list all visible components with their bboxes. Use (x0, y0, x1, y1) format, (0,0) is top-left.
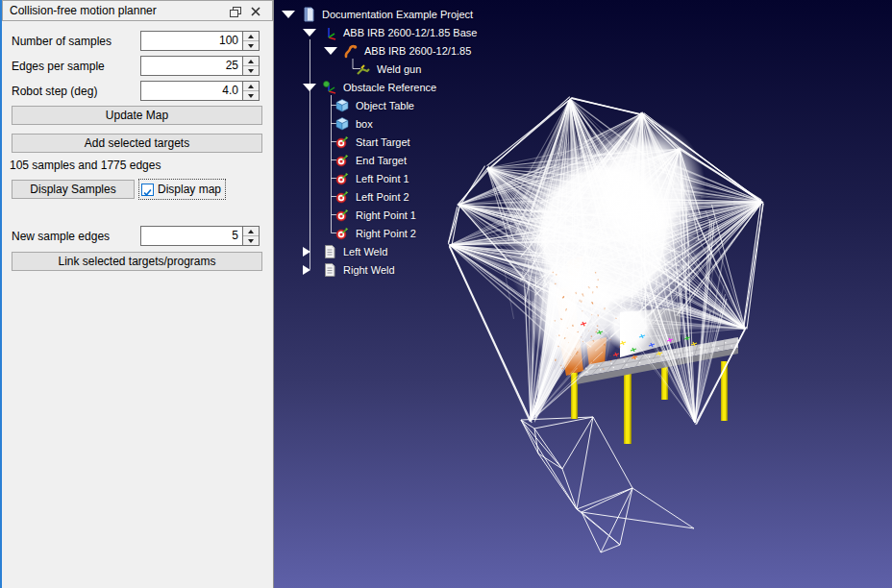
spin-up-icon (243, 57, 259, 66)
tree-item-start-target[interactable]: Start Target (274, 133, 477, 151)
tree-item-obstacle-reference[interactable]: Obstacle Reference (274, 78, 477, 96)
collapse-arrow-icon[interactable] (303, 247, 310, 257)
tree-item-end-target[interactable]: End Target (274, 151, 477, 169)
new-sample-edges-input[interactable]: 5 (140, 226, 260, 246)
status-text: 105 samples and 1775 edges (10, 159, 161, 172)
spin-buttons[interactable] (242, 32, 259, 50)
tree-item-documentation-example-project[interactable]: Documentation Example Project (274, 5, 477, 23)
expand-arrow-icon[interactable] (303, 29, 316, 37)
tree-item-label: ABB IRB 2600-12/1.85 (364, 45, 471, 57)
spin-down-icon (243, 66, 259, 75)
robot-step-label: Robot step (deg) (12, 82, 97, 101)
tree-item-label: Left Point 1 (356, 173, 409, 184)
display-map-label: Display map (158, 183, 221, 196)
panel-title: Collision-free motion planner (10, 4, 157, 17)
checkbox-check-icon (141, 184, 154, 196)
tree-item-label: End Target (356, 155, 407, 166)
spin-up-icon (243, 32, 259, 41)
tree-item-label: Obstacle Reference (343, 82, 436, 93)
robot-step-input[interactable]: 4.0 (140, 81, 260, 101)
tree-item-label: Object Table (356, 100, 414, 111)
close-icon[interactable] (248, 4, 263, 19)
tree-item-label: ABB IRB 2600-12/1.85 Base (343, 27, 477, 38)
tree-item-label: Left Point 2 (356, 191, 409, 203)
program-icon (322, 262, 337, 278)
spin-buttons[interactable] (242, 82, 259, 100)
tree-item-label: Right Point 1 (356, 209, 416, 221)
tool-icon (356, 61, 371, 77)
motion-planner-panel: Collision-free motion planner Number of … (0, 0, 274, 588)
tree-item-label: Weld gun (377, 63, 421, 75)
tree-item-object-table[interactable]: Object Table (274, 96, 477, 114)
tree-item-right-point-2[interactable]: Right Point 2 (274, 224, 477, 242)
tree-item-label: Right Weld (343, 264, 395, 276)
display-map-checkbox[interactable]: Display map (138, 179, 226, 200)
tree-item-abb-irb-2600-12-1-85[interactable]: ABB IRB 2600-12/1.85 (274, 41, 477, 60)
new-sample-edges-label: New sample edges (12, 227, 110, 246)
spin-up-icon (243, 82, 259, 91)
tree-item-right-point-1[interactable]: Right Point 1 (274, 206, 477, 224)
tree-item-label: box (356, 118, 373, 130)
tree-item-label: Start Target (356, 136, 410, 148)
spin-down-icon (243, 41, 259, 50)
spin-buttons[interactable] (242, 227, 259, 245)
spin-up-icon (243, 227, 259, 236)
update-map-button[interactable]: Update Map (12, 106, 262, 125)
tree-item-left-weld[interactable]: Left Weld (274, 242, 477, 260)
link-targets-programs-button[interactable]: Link selected targets/programs (12, 252, 262, 271)
collapse-arrow-icon[interactable] (303, 265, 310, 275)
frame-ball-icon (322, 80, 337, 95)
cube-icon (334, 98, 350, 113)
number-of-samples-label: Number of samples (12, 32, 112, 51)
expand-arrow-icon[interactable] (282, 11, 295, 18)
robot-icon (343, 43, 359, 59)
spin-down-icon (243, 236, 259, 245)
program-icon (322, 244, 337, 259)
target-icon (334, 189, 350, 205)
spin-buttons[interactable] (242, 57, 259, 75)
tree-item-label: Documentation Example Project (322, 9, 473, 20)
edges-per-sample-label: Edges per sample (12, 57, 105, 76)
display-samples-button[interactable]: Display Samples (12, 180, 135, 199)
target-icon (334, 226, 350, 241)
add-selected-targets-button[interactable]: Add selected targets (12, 134, 262, 153)
panel-titlebar[interactable]: Collision-free motion planner (2, 0, 273, 21)
cube-icon (334, 116, 350, 132)
tree-item-right-weld[interactable]: Right Weld (274, 260, 477, 279)
tree-item-left-point-1[interactable]: Left Point 1 (274, 169, 477, 187)
project-icon (301, 7, 316, 22)
tree-item-abb-irb-2600-12-1-85-base[interactable]: ABB IRB 2600-12/1.85 Base (274, 23, 477, 41)
tail-wireframe (521, 417, 694, 552)
target-icon (334, 135, 350, 150)
edges-per-sample-input[interactable]: 25 (140, 56, 260, 76)
spin-down-icon (243, 91, 259, 100)
viewport-3d[interactable]: Documentation Example ProjectABB IRB 260… (274, 0, 892, 588)
expand-arrow-icon[interactable] (303, 84, 316, 91)
target-icon (334, 153, 350, 168)
tree-item-box[interactable]: box (274, 114, 477, 133)
expand-arrow-icon[interactable] (324, 47, 337, 55)
tree-item-label: Right Point 2 (356, 228, 416, 239)
number-of-samples-input[interactable]: 100 (140, 31, 260, 51)
frame-icon (322, 25, 337, 40)
target-icon (334, 171, 350, 186)
float-window-icon[interactable] (228, 4, 243, 19)
scene-tree: Documentation Example ProjectABB IRB 260… (274, 5, 477, 279)
target-icon (334, 208, 350, 223)
tree-item-left-point-2[interactable]: Left Point 2 (274, 187, 477, 206)
tree-item-weld-gun[interactable]: Weld gun (274, 60, 477, 78)
tree-item-label: Left Weld (343, 246, 387, 257)
